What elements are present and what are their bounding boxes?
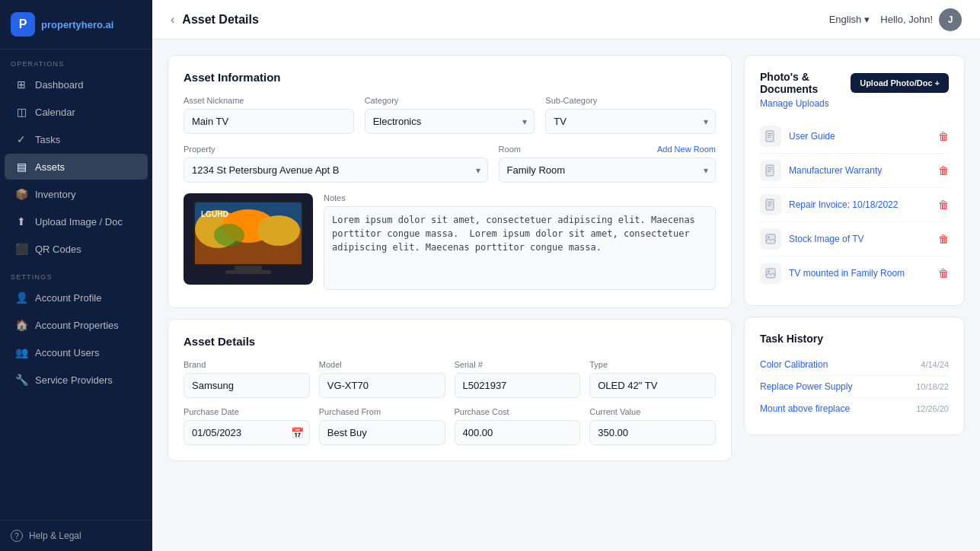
doc-name-repair-invoice[interactable]: Repair Invoice: 10/18/2022 (789, 199, 931, 210)
task-name-replace-power[interactable]: Replace Power Supply (760, 381, 852, 392)
model-label: Model (319, 360, 445, 369)
sidebar-label-tasks: Tasks (35, 134, 60, 145)
svg-point-8 (214, 224, 244, 247)
sidebar-label-account-users: Account Users (35, 347, 100, 358)
doc-delete-manufacturer-warranty[interactable]: 🗑 (938, 164, 949, 177)
doc-name-manufacturer-warranty[interactable]: Manufacturer Warranty (789, 165, 931, 176)
photos-docs-title: Photo's & Documents (760, 71, 851, 95)
group-model: Model (319, 360, 445, 398)
brand-label: Brand (184, 360, 310, 369)
group-room: Room Add New Room Family Room Kitchen Be… (499, 145, 716, 183)
sidebar-item-account-profile[interactable]: 👤 Account Profile (5, 285, 148, 311)
upload-icon: ⬆ (15, 215, 27, 228)
serial-input[interactable] (455, 373, 581, 398)
tv-image: LG UHD (187, 197, 309, 281)
sidebar-item-qrcodes[interactable]: ⬛ QR Codes (5, 236, 148, 262)
sidebar-label-dashboard: Dashboard (35, 79, 84, 91)
user-greeting: Hello, John! J (880, 8, 962, 31)
property-select[interactable]: 1234 St Petersburg Avenue Apt B (184, 158, 488, 183)
doc-image-icon-2 (760, 263, 781, 284)
room-select[interactable]: Family Room Kitchen Bedroom (499, 158, 716, 183)
doc-name-stock-image[interactable]: Stock Image of TV (789, 234, 931, 244)
purchased-from-input[interactable] (319, 420, 445, 445)
language-label: English (829, 14, 862, 25)
inventory-icon: 📦 (15, 188, 27, 200)
logo-text-main: property (41, 19, 81, 30)
svg-point-7 (257, 215, 300, 246)
sidebar-item-account-users[interactable]: 👥 Account Users (5, 339, 148, 365)
serial-label: Serial # (455, 360, 581, 369)
notes-area: Notes Lorem ipsum dolor sit amet, consec… (324, 193, 716, 292)
manage-uploads-link[interactable]: Manage Uploads (760, 98, 949, 109)
sidebar-item-inventory[interactable]: 📦 Inventory (5, 181, 148, 207)
sidebar-label-account-properties: Account Properties (35, 320, 119, 331)
notes-textarea[interactable]: Lorem ipsum dolor sit amet, consectetuer… (324, 206, 716, 290)
sidebar-item-dashboard[interactable]: ⊞ Dashboard (5, 72, 148, 97)
page-title: Asset Details (182, 13, 259, 27)
photos-docs-header: Photo's & Documents Upload Photo/Doc + (760, 71, 949, 95)
svg-rect-16 (768, 137, 771, 138)
subcategory-select[interactable]: TV Laptop Phone (545, 109, 716, 134)
task-item-replace-power: Replace Power Supply 10/18/22 (760, 376, 949, 398)
check-icon: ✓ (15, 133, 27, 145)
avatar[interactable]: J (939, 8, 962, 31)
upload-photo-doc-button[interactable]: Upload Photo/Doc + (851, 73, 949, 93)
property-label: Property (184, 145, 488, 154)
current-value-input[interactable] (589, 420, 716, 445)
group-purchased-from: Purchased From (319, 407, 445, 445)
sidebar-item-service-providers[interactable]: 🔧 Service Providers (5, 367, 148, 393)
brand-input[interactable] (184, 373, 310, 398)
asset-details-title: Asset Details (184, 335, 716, 348)
svg-rect-20 (768, 171, 771, 172)
purchase-cost-input[interactable] (455, 420, 581, 445)
nickname-label: Asset Nickname (184, 96, 354, 105)
language-selector[interactable]: English ▾ (829, 14, 870, 25)
sidebar-item-upload[interactable]: ⬆ Upload Image / Doc (5, 209, 148, 234)
help-legal-label: Help & Legal (29, 530, 81, 541)
svg-rect-13 (766, 131, 774, 142)
doc-delete-stock-image[interactable]: 🗑 (938, 233, 949, 245)
task-history-card: Task History Color Calibration 4/14/24 R… (744, 317, 965, 435)
asset-image-box: LG UHD (184, 193, 313, 285)
left-panel: Asset Information Asset Nickname Categor… (168, 55, 732, 536)
task-name-color-cal[interactable]: Color Calibration (760, 359, 828, 370)
content-area: Asset Information Asset Nickname Categor… (152, 40, 980, 551)
doc-delete-repair-invoice[interactable]: 🗑 (938, 199, 949, 211)
model-input[interactable] (319, 373, 445, 398)
row-property-room: Property 1234 St Petersburg Avenue Apt B… (184, 145, 716, 183)
task-name-mount[interactable]: Mount above fireplace (760, 403, 850, 414)
chevron-down-icon: ▾ (864, 14, 870, 25)
purchase-cost-label: Purchase Cost (455, 407, 581, 416)
doc-file-icon (760, 126, 781, 147)
svg-rect-14 (768, 133, 772, 134)
doc-name-tv-mounted[interactable]: TV mounted in Family Room (789, 268, 931, 279)
purchased-from-label: Purchased From (319, 407, 445, 416)
nickname-input[interactable] (184, 109, 354, 134)
doc-delete-user-guide[interactable]: 🗑 (938, 130, 949, 142)
svg-text:UHD: UHD (212, 210, 228, 218)
doc-file-icon-2 (760, 160, 781, 181)
task-list: Color Calibration 4/14/24 Replace Power … (760, 354, 949, 419)
room-select-wrapper: Family Room Kitchen Bedroom (499, 158, 716, 183)
sidebar-item-account-properties[interactable]: 🏠 Account Properties (5, 312, 148, 338)
task-item-color-cal: Color Calibration 4/14/24 (760, 354, 949, 376)
doc-item-user-guide: User Guide 🗑 (760, 119, 949, 154)
doc-file-icon-3 (760, 194, 781, 215)
doc-name-user-guide[interactable]: User Guide (789, 131, 931, 142)
calendar-icon: ◫ (15, 106, 27, 118)
doc-delete-tv-mounted[interactable]: 🗑 (938, 267, 949, 279)
sidebar-label-qrcodes: QR Codes (35, 244, 81, 255)
greeting-text: Hello, John! (880, 14, 933, 25)
details-grid-bottom: Purchase Date 📅 Purchased From Purchase … (184, 407, 716, 445)
sidebar-item-tasks[interactable]: ✓ Tasks (5, 126, 148, 152)
group-purchase-cost: Purchase Cost (455, 407, 581, 445)
add-room-link[interactable]: Add New Room (657, 145, 716, 154)
back-button[interactable]: ‹ (171, 13, 174, 27)
type-input[interactable] (589, 373, 716, 398)
details-grid-top: Brand Model Serial # Type (184, 360, 716, 398)
purchase-date-label: Purchase Date (184, 407, 310, 416)
sidebar-item-calendar[interactable]: ◫ Calendar (5, 99, 148, 125)
category-select[interactable]: Electronics Appliances Furniture HVAC (365, 109, 535, 134)
sidebar-item-assets[interactable]: ▤ Assets (5, 154, 148, 180)
help-legal-link[interactable]: ? Help & Legal (11, 530, 142, 542)
